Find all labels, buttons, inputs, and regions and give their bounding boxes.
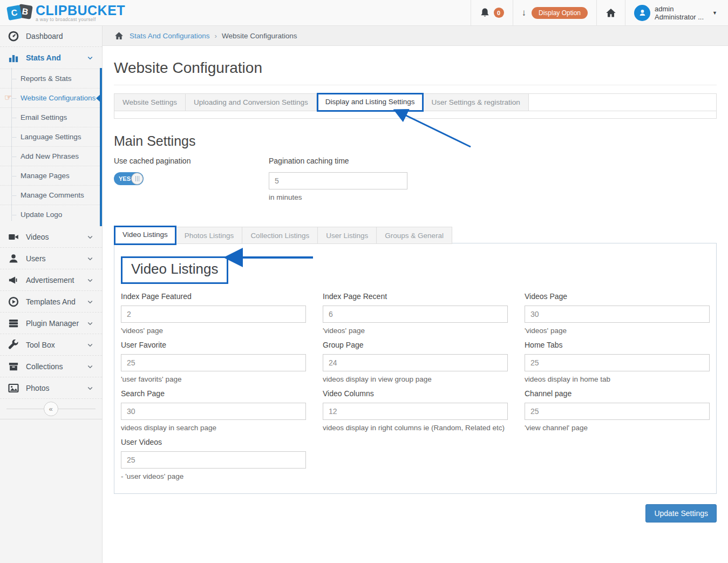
field-helper: 'videos' page [121,327,306,335]
group-page-input[interactable] [323,354,508,371]
tab-user-listings[interactable]: User Listings [318,227,377,244]
sidebar-group-advertisement[interactable]: Advertisement [0,269,102,291]
home-button[interactable] [596,0,625,25]
tab-collection-listings[interactable]: Collection Listings [242,227,318,244]
dashboard-icon [8,31,19,42]
sidebar-item-language-settings[interactable]: Language Settings [0,127,100,146]
chevron-down-icon [87,299,93,305]
sidebar-collapse-row: « [0,399,102,419]
chevron-down-icon [87,55,93,61]
clipbucket-admin-page: C B CLIPBUCKET a way to broadcast yourse… [0,0,728,563]
tab-website-settings[interactable]: Website Settings [114,94,186,111]
active-item-arrow [96,93,102,104]
main-tabs-container: Website Settings Uploading and Conversio… [114,93,717,119]
avatar [634,5,650,21]
user-videos-label: User Videos [121,438,306,446]
sidebar-group-photos[interactable]: Photos [0,377,102,399]
display-option-group: ↓ Display Option [513,0,597,25]
chevron-down-icon [87,277,93,283]
field-helper: 'videos' page [525,327,710,335]
logo-icon: C B [8,4,39,22]
sidebar-group-plugin-manager[interactable]: Plugin Manager [0,313,102,334]
videos-page-input[interactable] [525,306,710,323]
sidebar-group-stats[interactable]: Stats And [0,47,102,68]
megaphone-icon [8,275,19,286]
video-listings-panel: Video Listings Index Page Featured 'vide… [114,243,717,494]
sidebar-group-label: Stats And [26,53,61,62]
home-tabs-label: Home Tabs [525,341,710,349]
caching-time-input[interactable] [269,172,407,189]
sidebar-group-users[interactable]: Users [0,248,102,269]
tab-display-listing-settings[interactable]: Display and Listing Settings [317,93,424,112]
tab-video-listings[interactable]: Video Listings [114,226,176,245]
index-page-featured-input[interactable] [121,306,306,323]
group-page-label: Group Page [323,341,508,349]
user-role: Administrator ... [655,13,704,21]
home-tabs-input[interactable] [525,354,710,371]
breadcrumb-parent-link[interactable]: Stats And Configurations [130,32,210,40]
index-page-recent-input[interactable] [323,306,508,323]
sidebar-group-collections[interactable]: Collections [0,356,102,377]
sidebar-item-email-settings[interactable]: Email Settings [0,107,100,127]
display-option-button[interactable]: Display Option [532,7,588,19]
sidebar-collapse-button[interactable]: « [44,402,58,416]
sidebar-group-videos[interactable]: Videos [0,226,102,248]
download-arrow-icon[interactable]: ↓ [522,8,527,18]
stats-submenu: Reports & Stats ☞ Website Configurations… [0,68,102,226]
sidebar-item-label: Website Configurations [21,94,96,102]
field-helper: videos display in home tab [525,375,710,383]
caching-time-helper: in minutes [269,193,407,201]
page-title: Website Configuration [114,59,717,77]
channel-page-input[interactable] [525,403,710,420]
sidebar-group-label: Collections [26,362,63,371]
wrench-icon [8,340,19,350]
notifications-button[interactable]: 0 [471,0,513,25]
home-icon[interactable] [114,31,124,40]
index-page-featured-label: Index Page Featured [121,292,306,301]
cached-pagination-toggle[interactable]: YES [114,172,144,185]
bell-icon [480,8,490,18]
chevron-down-icon [87,363,93,370]
field-helper: - 'user videos' page [121,472,306,480]
chevron-down-icon [87,342,93,348]
image-icon [8,383,19,394]
tab-user-settings-registration[interactable]: User Settings & registration [424,94,529,111]
brand-tagline: a way to broadcast yourself [36,17,125,22]
sidebar-item-label: Update Logo [21,211,62,219]
search-page-input[interactable] [121,403,306,420]
field-helper: videos display in right columns ie (Rand… [323,424,508,432]
sidebar-item-manage-pages[interactable]: Manage Pages [0,166,100,185]
breadcrumb-separator: › [215,32,217,40]
sidebar-group-tool-box[interactable]: Tool Box [0,334,102,356]
sidebar-group-templates[interactable]: Templates And [0,291,102,313]
user-menu[interactable]: admin Administrator ... ▼ [625,0,728,25]
sidebar-item-manage-comments[interactable]: Manage Comments [0,185,100,205]
tab-uploading-conversion-settings[interactable]: Uploading and Conversion Settings [186,94,317,111]
chevron-down-icon [87,234,93,240]
logo-link[interactable]: C B CLIPBUCKET a way to broadcast yourse… [0,0,178,25]
sidebar-item-reports-stats[interactable]: Reports & Stats [0,69,100,88]
sidebar: Dashboard Stats And Reports & Stats ☞ We… [0,26,103,563]
sidebar-item-label: Manage Comments [21,191,84,199]
sidebar-group-label: Plugin Manager [26,319,79,328]
tab-photos-listings[interactable]: Photos Listings [176,227,243,244]
video-columns-input[interactable] [323,403,508,420]
user-favorite-input[interactable] [121,354,306,371]
sidebar-item-dashboard[interactable]: Dashboard [0,26,102,47]
logo-letter-c: C [6,5,22,21]
user-icon [8,253,19,264]
tab-groups-general[interactable]: Groups & General [377,227,452,244]
update-settings-button[interactable]: Update Settings [645,504,717,523]
field-helper: 'user favorits' page [121,375,306,383]
video-camera-icon [8,232,19,242]
toggle-yes-label: YES [119,175,131,182]
chevron-down-icon [87,320,93,327]
sidebar-item-add-new-phrases[interactable]: Add New Phrases [0,146,100,166]
bar-chart-icon [8,52,19,63]
sidebar-item-update-logo[interactable]: Update Logo [0,205,100,224]
sidebar-group-label: Tool Box [26,341,55,349]
user-videos-input[interactable] [121,451,306,469]
chevron-down-icon [87,255,93,262]
sidebar-item-label: Manage Pages [21,172,70,180]
sidebar-item-website-configurations[interactable]: ☞ Website Configurations [0,88,100,107]
